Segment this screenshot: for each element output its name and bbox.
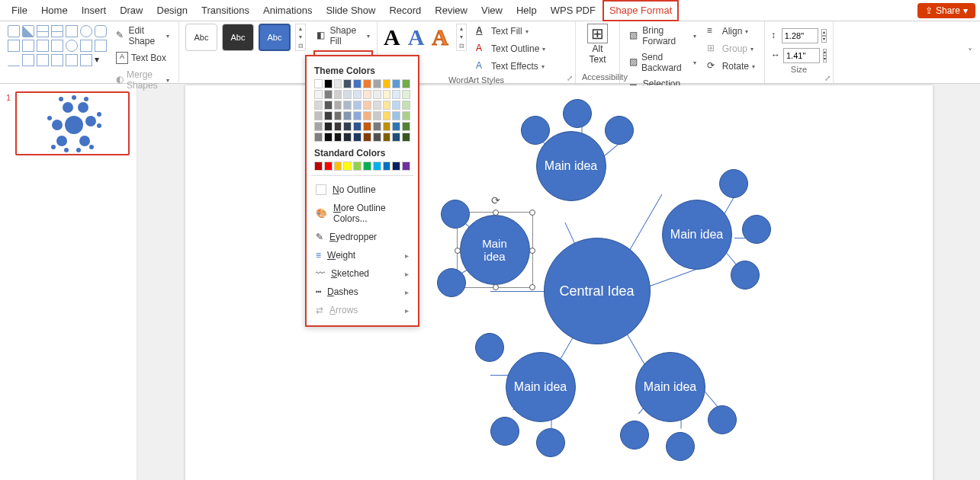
resize-handle-ne[interactable] — [529, 210, 535, 216]
text-outline-button[interactable]: AText Outline▾ — [473, 41, 548, 56]
group-button[interactable]: ⊞Group▾ — [704, 41, 758, 56]
tab-review[interactable]: Review — [428, 0, 474, 21]
color-swatch[interactable] — [392, 111, 400, 120]
tab-transitions[interactable]: Transitions — [194, 0, 256, 21]
color-swatch[interactable] — [383, 111, 391, 120]
height-input[interactable] — [782, 28, 818, 43]
align-button[interactable]: ≡Align▾ — [704, 24, 758, 39]
color-swatch[interactable] — [324, 122, 333, 131]
color-swatch[interactable] — [314, 79, 323, 88]
satellite-bubble[interactable] — [521, 116, 550, 145]
tab-record[interactable]: Record — [382, 0, 428, 21]
color-swatch[interactable] — [353, 162, 361, 171]
color-swatch[interactable] — [324, 111, 333, 120]
satellite-bubble[interactable] — [742, 215, 771, 244]
color-swatch[interactable] — [343, 133, 352, 142]
shapes-gallery[interactable]: ▾ — [6, 24, 108, 68]
color-swatch[interactable] — [353, 101, 361, 110]
merge-shapes-button[interactable]: ◐Merge Shapes▾ — [113, 68, 172, 92]
color-swatch[interactable] — [392, 79, 400, 88]
color-swatch[interactable] — [334, 162, 342, 171]
color-swatch[interactable] — [314, 122, 323, 131]
color-swatch[interactable] — [353, 79, 361, 88]
text-box-button[interactable]: AText Box — [113, 50, 172, 66]
color-swatch[interactable] — [343, 90, 352, 99]
color-swatch[interactable] — [334, 90, 342, 99]
color-swatch[interactable] — [363, 79, 371, 88]
edit-shape-button[interactable]: ✎Edit Shape▾ — [113, 24, 172, 48]
weight-item[interactable]: ≡Weight▸ — [314, 246, 410, 264]
color-swatch[interactable] — [373, 90, 381, 99]
color-swatch[interactable] — [334, 111, 342, 120]
tab-design[interactable]: Design — [150, 0, 194, 21]
color-swatch[interactable] — [334, 79, 342, 88]
color-swatch[interactable] — [383, 133, 391, 142]
size-dialog-launcher[interactable]: ⤢ — [824, 74, 831, 82]
wordart-preset-3[interactable]: A — [432, 24, 448, 50]
color-swatch[interactable] — [373, 79, 381, 88]
satellite-bubble[interactable] — [731, 261, 760, 290]
satellite-bubble[interactable] — [490, 417, 519, 446]
satellite-bubble[interactable] — [605, 116, 634, 145]
satellite-bubble[interactable] — [437, 268, 466, 297]
slide-canvas-area[interactable]: Central Idea Main idea Main idea Main id… — [137, 84, 980, 480]
tab-view[interactable]: View — [474, 0, 509, 21]
color-swatch[interactable] — [363, 101, 371, 110]
color-swatch[interactable] — [363, 122, 371, 131]
color-swatch[interactable] — [324, 90, 333, 99]
color-swatch[interactable] — [343, 122, 352, 131]
color-swatch[interactable] — [392, 101, 400, 110]
wordart-preset-1[interactable]: A — [384, 24, 400, 50]
wordart-gallery-more[interactable]: ▴▾⊟ — [456, 24, 467, 51]
tab-home[interactable]: Home — [34, 0, 75, 21]
color-swatch[interactable] — [373, 162, 381, 171]
resize-handle-n[interactable] — [493, 210, 499, 216]
color-swatch[interactable] — [402, 122, 410, 131]
color-swatch[interactable] — [402, 111, 410, 120]
wordart-preset-2[interactable]: A — [408, 24, 425, 50]
color-swatch[interactable] — [383, 90, 391, 99]
shape-fill-button[interactable]: ◧Shape Fill▾ — [313, 24, 373, 48]
width-spinner[interactable]: ▴▾ — [823, 49, 827, 62]
slide-thumbnail-1[interactable] — [15, 91, 130, 155]
color-swatch[interactable] — [402, 79, 410, 88]
color-swatch[interactable] — [324, 101, 333, 110]
main-idea-bubble-top[interactable]: Main idea — [536, 131, 606, 201]
color-swatch[interactable] — [392, 162, 400, 171]
slide-canvas[interactable]: Central Idea Main idea Main idea Main id… — [185, 85, 933, 480]
color-swatch[interactable] — [353, 90, 361, 99]
color-swatch[interactable] — [353, 122, 361, 131]
color-swatch[interactable] — [363, 162, 371, 171]
main-idea-bubble-bottom-right[interactable]: Main idea — [635, 352, 705, 422]
dashes-item[interactable]: ┅Dashes▸ — [314, 283, 410, 301]
color-swatch[interactable] — [373, 111, 381, 120]
color-swatch[interactable] — [402, 162, 410, 171]
color-swatch[interactable] — [373, 122, 381, 131]
tab-file[interactable]: File — [5, 0, 34, 21]
color-swatch[interactable] — [373, 101, 381, 110]
satellite-bubble[interactable] — [475, 333, 504, 362]
color-swatch[interactable] — [353, 133, 361, 142]
color-swatch[interactable] — [334, 133, 342, 142]
color-swatch[interactable] — [324, 133, 333, 142]
tab-animations[interactable]: Animations — [256, 0, 319, 21]
color-swatch[interactable] — [392, 90, 400, 99]
height-spinner[interactable]: ▴▾ — [821, 29, 827, 43]
color-swatch[interactable] — [343, 79, 352, 88]
color-swatch[interactable] — [363, 111, 371, 120]
satellite-bubble[interactable] — [666, 432, 695, 461]
color-swatch[interactable] — [343, 101, 352, 110]
color-swatch[interactable] — [402, 101, 410, 110]
rotate-handle[interactable]: ⟳ — [491, 194, 500, 206]
color-swatch[interactable] — [314, 101, 323, 110]
color-swatch[interactable] — [324, 79, 333, 88]
style-preset-1[interactable]: Abc — [185, 24, 217, 51]
tab-insert[interactable]: Insert — [75, 0, 114, 21]
tab-draw[interactable]: Draw — [113, 0, 149, 21]
send-backward-button[interactable]: ▨Send Backward▾ — [626, 50, 699, 75]
satellite-bubble[interactable] — [708, 405, 737, 434]
tab-wps-pdf[interactable]: WPS PDF — [544, 0, 602, 21]
color-swatch[interactable] — [314, 162, 323, 171]
color-swatch[interactable] — [343, 111, 352, 120]
main-idea-bubble-right[interactable]: Main idea — [662, 200, 732, 270]
